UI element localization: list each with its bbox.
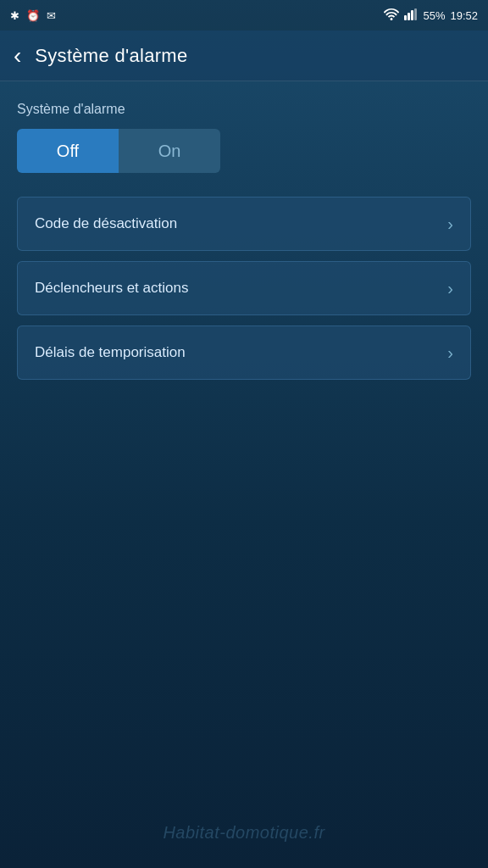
chevron-right-icon: › [447,214,453,234]
svg-rect-3 [414,8,417,20]
wifi-icon [384,8,399,23]
time-display: 19:52 [450,9,478,22]
svg-rect-1 [408,13,410,20]
svg-rect-0 [404,15,407,20]
message-icon: ✉ [47,9,56,22]
toggle-off-button[interactable]: Off [17,129,119,173]
bluetooth-icon: ✱ [10,9,19,22]
svg-rect-2 [411,10,413,20]
menu-item-delays[interactable]: Délais de temporisation › [17,326,471,380]
alarm-icon: ⏰ [26,9,40,22]
signal-icon [404,8,418,23]
menu-item-code[interactable]: Code de désactivation › [17,197,471,251]
menu-item-triggers[interactable]: Déclencheurs et actions › [17,261,471,315]
nav-bar: ‹ Système d'alarme [0,31,488,81]
toggle-on-button[interactable]: On [119,129,220,173]
section-label: Système d'alarme [17,102,471,117]
page-title: Système d'alarme [35,45,187,67]
back-button[interactable]: ‹ [14,44,21,68]
status-bar-right: 55% 19:52 [384,8,478,23]
status-bar-left: ✱ ⏰ ✉ [10,9,56,22]
content-area: Système d'alarme Off On Code de désactiv… [0,81,488,424]
chevron-right-icon-3: › [447,343,453,363]
watermark: Habitat-domotique.fr [163,823,324,843]
chevron-right-icon-2: › [447,279,453,298]
menu-item-delays-label: Délais de temporisation [35,344,186,361]
menu-item-code-label: Code de désactivation [35,215,177,232]
alarm-toggle-row: Off On [17,129,471,173]
battery-level: 55% [423,9,445,22]
status-bar: ✱ ⏰ ✉ 55% 19:52 [0,0,488,31]
menu-item-triggers-label: Déclencheurs et actions [35,280,188,297]
